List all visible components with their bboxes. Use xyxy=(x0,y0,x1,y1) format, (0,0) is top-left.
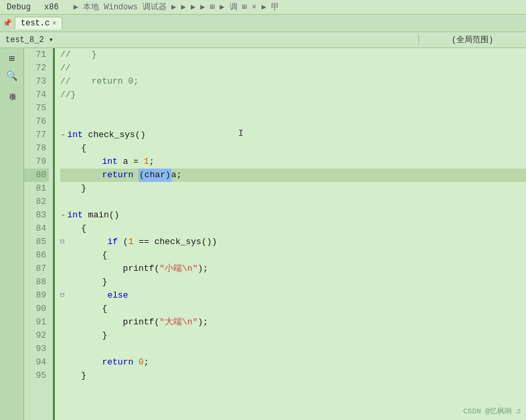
code-line-86: { xyxy=(60,249,526,262)
code-line-95: } xyxy=(60,369,526,383)
debug-label[interactable]: Debug xyxy=(3,3,35,12)
sidebar-project-icon[interactable]: ⊞ xyxy=(3,51,21,66)
ln-86: 86 xyxy=(24,249,49,262)
ln-81: 81 xyxy=(24,182,49,195)
code-line-77: -int check_sys() xyxy=(60,128,526,142)
ln-84: 84 xyxy=(24,222,49,235)
code-line-81: } xyxy=(60,182,526,195)
line-numbers: 71 72 73 74 75 76 77 78 79 80 81 82 83 8… xyxy=(24,48,55,420)
ln-72: 72 xyxy=(24,62,49,75)
ln-82: 82 xyxy=(24,195,49,209)
code-line-74: //} xyxy=(60,88,526,102)
ln-92: 92 xyxy=(24,329,49,342)
code-line-80: return (char)a; xyxy=(60,169,526,182)
code-line-83: -int main() xyxy=(60,209,526,222)
code-line-90: { xyxy=(60,302,526,316)
code-line-89: ⊟ else xyxy=(60,289,526,302)
code-line-82 xyxy=(60,195,526,209)
ln-77: 77 xyxy=(24,128,49,142)
ln-78: 78 xyxy=(24,142,49,155)
active-tab[interactable]: test.c × xyxy=(15,17,62,29)
breadcrumb-left[interactable]: test_8_2 ▾ xyxy=(0,35,419,45)
code-container: 71 72 73 74 75 76 77 78 79 80 81 82 83 8… xyxy=(24,48,526,420)
code-lines: // } // // return 0; //} xyxy=(55,48,526,420)
ln-89: 89 xyxy=(24,289,49,302)
tab-label: test.c xyxy=(21,19,50,28)
ln-90: 90 xyxy=(24,302,49,316)
watermark: CSDN @忆枫呐 ♬ xyxy=(463,406,521,416)
code-line-75 xyxy=(60,102,526,115)
pin-icon[interactable]: 📌 xyxy=(3,19,12,27)
code-line-79: int a = 1; xyxy=(60,155,526,169)
arch-label[interactable]: x86 xyxy=(40,3,63,12)
code-line-78: { xyxy=(60,142,526,155)
ln-91: 91 xyxy=(24,316,49,329)
code-line-84: { xyxy=(60,222,526,235)
code-line-92: } xyxy=(60,329,526,342)
ln-87: 87 xyxy=(24,262,49,276)
ln-93: 93 xyxy=(24,342,49,356)
code-line-91: printf("大端\n"); xyxy=(60,316,526,329)
code-area[interactable]: 71 72 73 74 75 76 77 78 79 80 81 82 83 8… xyxy=(24,48,526,420)
code-line-71: // } xyxy=(60,48,526,62)
ln-76: 76 xyxy=(24,115,49,128)
ln-83: 83 xyxy=(24,209,49,222)
ln-71: 71 xyxy=(24,48,49,62)
ln-74: 74 xyxy=(24,88,49,102)
cursor-indicator: I xyxy=(238,128,244,138)
code-line-88: } xyxy=(60,276,526,289)
code-line-94: return 0; xyxy=(60,356,526,369)
tab-close-icon[interactable]: × xyxy=(52,20,56,27)
toolbar-icons: ▶ 本地 Windows 调试器 ▶ ▶ ▶ ▶ ⊞ ▶ 调 ⊞ × ▶ 甲 xyxy=(74,1,279,13)
sidebar-search-icon[interactable]: 🔍 xyxy=(3,68,21,83)
breadcrumb-right[interactable]: (全局范围) xyxy=(419,34,526,45)
breadcrumb-bar: test_8_2 ▾ (全局范围) xyxy=(0,32,526,48)
top-bar: Debug x86 ▶ 本地 Windows 调试器 ▶ ▶ ▶ ▶ ⊞ ▶ 调… xyxy=(0,0,526,15)
code-line-93 xyxy=(60,342,526,356)
code-line-73: // return 0; xyxy=(60,75,526,88)
ln-79: 79 xyxy=(24,155,49,169)
ln-88: 88 xyxy=(24,276,49,289)
tabs-bar: 📌 test.c × xyxy=(0,15,526,32)
sidebar: ⊞ 🔍 个项目 xyxy=(0,48,24,420)
code-line-76 xyxy=(60,115,526,128)
ln-95: 95 xyxy=(24,369,49,383)
code-line-72: // xyxy=(60,62,526,75)
ln-85: 85 xyxy=(24,235,49,249)
ln-94: 94 xyxy=(24,356,49,369)
ln-73: 73 xyxy=(24,75,49,88)
ln-80: 80 xyxy=(24,169,49,182)
ln-75: 75 xyxy=(24,102,49,115)
code-line-87: printf("小端\n"); xyxy=(60,262,526,276)
main-area: ⊞ 🔍 个项目 71 72 73 74 75 76 77 78 79 80 81… xyxy=(0,48,526,420)
code-line-85: ⊟ if (1 == check_sys()) xyxy=(60,235,526,249)
